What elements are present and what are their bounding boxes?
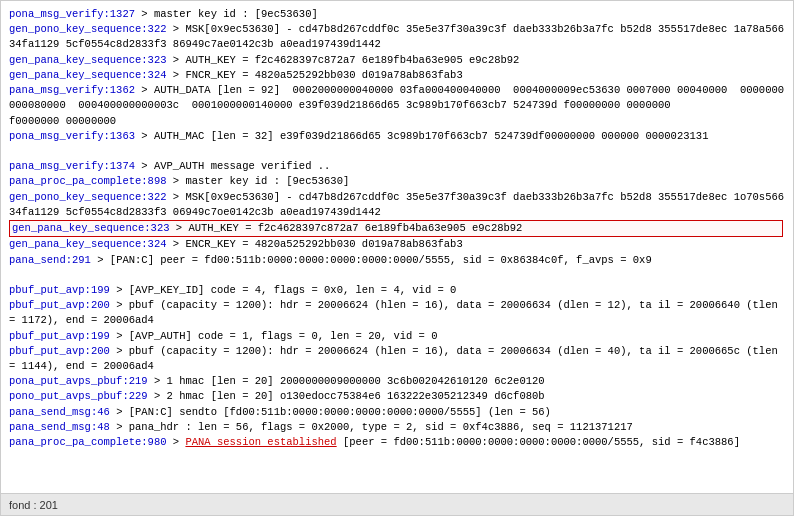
fond-label: fond : 201 [9,499,58,511]
func-name: pona_put_avps_pbuf:219 [9,375,148,387]
func-name: gen_pana_key_sequence:324 [9,238,167,250]
func-name: pana_send_msg:46 [9,406,110,418]
log-line-18: pbuf_put_avp:199 > [AVP_AUTH] code = 1, … [9,329,785,344]
log-line-17: pbuf_put_avp:200 > pbuf (capacity = 1200… [9,298,785,328]
pana-session-established: PANA session established [185,436,336,448]
log-line-5: pana_msg_verify:1362 > AUTH_DATA [len = … [9,83,785,113]
log-line-14: pana_send:291 > [PAN:C] peer = fd00:511b… [9,253,785,268]
log-line-20: pona_put_avps_pbuf:219 > 1 hmac [len = 2… [9,374,785,389]
func-name: pbuf_put_avp:199 [9,330,110,342]
func-name: pana_send:291 [9,254,91,266]
bottom-bar: fond : 201 [1,493,793,515]
log-line-23: pana_send_msg:48 > pana_hdr : len = 56, … [9,420,785,435]
log-line-22: pana_send_msg:46 > [PAN:C] sendto [fd00:… [9,405,785,420]
func-name: pono_put_avps_pbuf:229 [9,390,148,402]
log-area: pona_msg_verify:1327 > master key id : [… [1,1,793,493]
log-line-24: pana_proc_pa_complete:980 > PANA session… [9,435,785,450]
log-line-11: gen_pono_key_sequence:322 > MSK[0x9ec536… [9,190,785,220]
func-name: pbuf_put_avp:200 [9,345,110,357]
log-line-13: gen_pana_key_sequence:324 > ENCR_KEY = 4… [9,237,785,252]
log-line-8 [9,144,785,159]
func-name: pana_proc_pa_complete:898 [9,175,167,187]
func-name: gen_pono_key_sequence:322 [9,23,167,35]
func-name: pbuf_put_avp:200 [9,299,110,311]
log-line-6: f0000000 00000000 [9,114,785,129]
func-name: pona_msg_verify:1327 [9,8,135,20]
func-name: pana_send_msg:48 [9,421,110,433]
log-line-16: pbuf_put_avp:199 > [AVP_KEY_ID] code = 4… [9,283,785,298]
func-name: pbuf_put_avp:199 [9,284,110,296]
func-name: pona_msg_verify:1363 [9,130,135,142]
log-line-9: pana_msg_verify:1374 > AVP_AUTH message … [9,159,785,174]
log-line-3: gen_pana_key_sequence:323 > AUTH_KEY = f… [9,53,785,68]
func-name: gen_pana_key_sequence:323 [9,54,167,66]
log-line-21: pono_put_avps_pbuf:229 > 2 hmac [len = 2… [9,389,785,404]
func-name: gen_pana_key_sequence:324 [9,69,167,81]
func-name: gen_pana_key_sequence:323 [12,222,170,234]
func-name: pana_msg_verify:1374 [9,160,135,172]
log-line-19: pbuf_put_avp:200 > pbuf (capacity = 1200… [9,344,785,374]
log-line-12: gen_pana_key_sequence:323 > AUTH_KEY = f… [9,220,785,237]
func-name: pana_proc_pa_complete:980 [9,436,167,448]
log-content[interactable]: pona_msg_verify:1327 > master key id : [… [9,7,785,487]
log-line-15 [9,268,785,283]
func-name: pana_msg_verify:1362 [9,84,135,96]
main-container: pona_msg_verify:1327 > master key id : [… [0,0,794,516]
highlighted-auth-key-line: gen_pana_key_sequence:323 > AUTH_KEY = f… [9,220,783,237]
log-line-4: gen_pana_key_sequence:324 > FNCR_KEY = 4… [9,68,785,83]
log-line-7: pona_msg_verify:1363 > AUTH_MAC [len = 3… [9,129,785,144]
log-line-1: pona_msg_verify:1327 > master key id : [… [9,7,785,22]
func-name: gen_pono_key_sequence:322 [9,191,167,203]
log-line-10: pana_proc_pa_complete:898 > master key i… [9,174,785,189]
log-line-2: gen_pono_key_sequence:322 > MSK[0x9ec536… [9,22,785,52]
